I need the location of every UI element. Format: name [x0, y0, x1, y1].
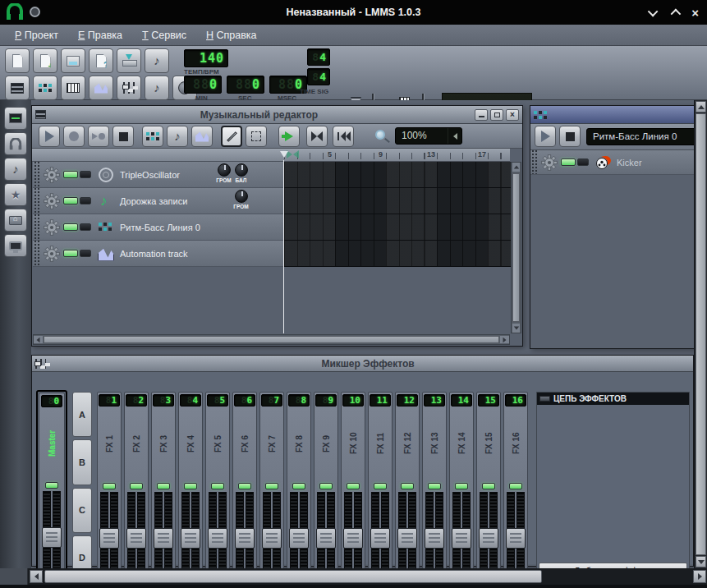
workspace-scroll-down[interactable] [696, 556, 706, 567]
scroll-left-arrow[interactable] [34, 336, 43, 343]
fx-fader-handle[interactable] [208, 528, 227, 549]
track-mute-led[interactable] [63, 223, 78, 231]
maximize-button[interactable] [671, 8, 682, 19]
track-solo-led[interactable] [80, 197, 91, 204]
add-bb-track-button[interactable] [142, 126, 163, 147]
track-gear-icon[interactable] [541, 154, 558, 171]
follow-playhead-button[interactable] [278, 126, 300, 147]
song-timeline-grid[interactable] [284, 162, 512, 267]
center-playhead-button[interactable] [306, 126, 328, 147]
track-knob[interactable] [218, 163, 231, 177]
track-name[interactable]: Дорожка записи [120, 196, 187, 206]
open-project-button[interactable] [33, 48, 57, 73]
fx-channel-mute-led[interactable] [428, 483, 441, 489]
sidebar-computer-button[interactable] [4, 234, 27, 257]
fx-channel-fader[interactable] [289, 492, 309, 568]
fx-channel-mute-led[interactable] [292, 483, 305, 489]
save-project-button[interactable] [61, 48, 85, 73]
fx-fader-handle[interactable] [289, 528, 309, 549]
fx-channel-fader[interactable] [479, 492, 498, 568]
fx-fader-handle[interactable] [126, 528, 146, 549]
workspace-hscrollbar[interactable] [0, 568, 707, 585]
loop-marker[interactable] [287, 150, 301, 159]
master-fader-handle[interactable] [42, 527, 62, 548]
import-file-button[interactable] [145, 48, 169, 73]
track-grip-handle[interactable] [33, 188, 40, 214]
menu-item[interactable]: Е Правка [68, 30, 132, 41]
timesig-numerator-display[interactable]: 84 [307, 48, 330, 66]
fx-channel-mute-led[interactable] [157, 483, 170, 489]
song-editor-titlebar[interactable]: Музыкальный редактор × [32, 106, 522, 124]
scroll-down-arrow[interactable] [512, 324, 520, 333]
fx-channel-fader[interactable] [235, 492, 255, 568]
workspace-hscroll-thumb[interactable] [44, 570, 542, 583]
workspace-scroll-left[interactable] [30, 570, 43, 583]
fx-channel[interactable]: 83 FX 3 [151, 392, 176, 568]
fx-channel[interactable]: 14 FX 14 [449, 392, 474, 568]
track-grip-handle[interactable] [33, 214, 40, 240]
fx-channel-fader[interactable] [506, 492, 526, 568]
fx-channel-mute-led[interactable] [347, 483, 360, 489]
fx-channel-fader[interactable] [397, 492, 417, 568]
fx-channel-mute-led[interactable] [238, 483, 251, 489]
new-project-button[interactable] [5, 48, 30, 73]
rewind-start-button[interactable] [333, 126, 354, 147]
fx-channel[interactable]: 13 FX 13 [422, 392, 447, 568]
vscroll-thumb[interactable] [512, 173, 520, 322]
master-fader[interactable] [42, 491, 62, 568]
fx-channel[interactable]: 88 FX 8 [287, 392, 311, 568]
close-button[interactable]: × [691, 7, 699, 19]
fx-fader-handle[interactable] [425, 528, 444, 549]
fx-fader-handle[interactable] [370, 528, 390, 549]
edit-mode-button[interactable] [246, 126, 267, 147]
bb-pattern-select[interactable]: Ритм-Басс Линия 0 [586, 128, 694, 145]
song-editor-minimize-button[interactable] [475, 109, 488, 121]
record-button[interactable] [63, 126, 85, 147]
fx-fader-handle[interactable] [397, 528, 417, 549]
add-automation-track-button[interactable] [191, 126, 213, 147]
fx-channel-mute-led[interactable] [455, 483, 468, 489]
zoom-dropdown-arrow[interactable] [448, 128, 461, 144]
fx-channel-fader[interactable] [452, 492, 471, 568]
fx-channel-fader[interactable] [343, 492, 363, 568]
fx-channel[interactable]: 16 FX 16 [503, 392, 528, 568]
fx-channel-mute-led[interactable] [374, 483, 387, 489]
draw-mode-button[interactable] [221, 126, 242, 147]
zoom-level-select[interactable]: 100% [395, 127, 462, 145]
fx-channel-fader[interactable] [154, 492, 173, 568]
track-gear-icon[interactable] [44, 167, 60, 183]
tempo-display[interactable]: 140 [184, 49, 228, 67]
sidebar-presets-button[interactable] [4, 183, 27, 206]
track-solo-led[interactable] [80, 223, 91, 231]
scroll-up-arrow[interactable] [512, 163, 520, 172]
fx-fader-handle[interactable] [343, 528, 363, 549]
piano-roll-button[interactable] [61, 76, 85, 100]
master-mute-led[interactable] [45, 482, 58, 489]
fx-fader-handle[interactable] [235, 528, 255, 549]
play-button[interactable] [39, 126, 60, 147]
fx-fader-handle[interactable] [262, 528, 282, 549]
track-mute-led[interactable] [63, 171, 78, 178]
fx-channel-fader[interactable] [99, 492, 119, 568]
bank-button[interactable]: C [72, 488, 92, 533]
fx-fader-handle[interactable] [506, 528, 526, 549]
fx-fader-handle[interactable] [452, 528, 471, 549]
playhead-marker[interactable] [280, 151, 288, 158]
track-name[interactable]: Automation track [120, 249, 188, 259]
fx-channel-fader[interactable] [126, 492, 146, 568]
track-knob[interactable] [235, 163, 248, 177]
fx-mixer-titlebar[interactable]: Микшер Эффектов [32, 356, 693, 372]
sidebar-projects-button[interactable] [4, 132, 27, 155]
bank-button[interactable]: B [72, 439, 92, 485]
export-project-button[interactable] [117, 48, 141, 73]
track-grip-handle[interactable] [530, 150, 538, 174]
bb-editor-button[interactable] [33, 76, 57, 100]
bb-stop-button[interactable] [559, 126, 581, 147]
add-sample-track-button[interactable] [167, 126, 188, 147]
fx-fader-handle[interactable] [99, 528, 119, 549]
bank-button[interactable]: D [72, 535, 92, 568]
fx-mixer-button[interactable] [117, 76, 141, 100]
song-editor-hscrollbar[interactable] [33, 334, 510, 345]
fx-channel[interactable]: 89 FX 9 [314, 392, 338, 568]
fx-fader-handle[interactable] [154, 528, 173, 549]
